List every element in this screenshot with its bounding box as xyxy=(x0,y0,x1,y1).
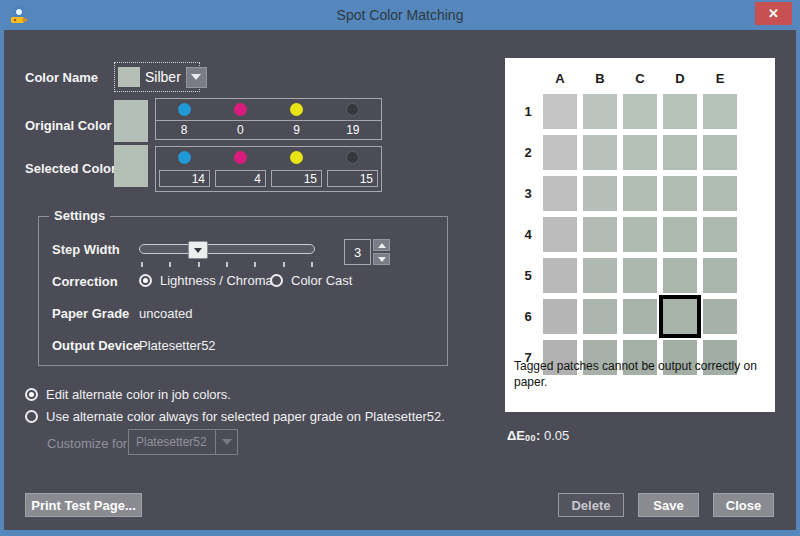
patch-cell-A2[interactable] xyxy=(543,135,577,170)
selected-color-label: Selected Color xyxy=(25,161,116,176)
black-channel-input[interactable] xyxy=(327,170,378,187)
patch-cell-E2[interactable] xyxy=(703,135,737,170)
patch-cell-D6[interactable] xyxy=(663,299,697,334)
patch-cell-B4[interactable] xyxy=(583,217,617,252)
chevron-down-icon[interactable] xyxy=(186,67,207,88)
patch-cell-B2[interactable] xyxy=(583,135,617,170)
patch-cell-B5[interactable] xyxy=(583,258,617,293)
step-width-value[interactable]: 3 xyxy=(344,239,371,265)
correction-option-colorcast[interactable]: Color Cast xyxy=(270,273,352,288)
row-header-4: 4 xyxy=(513,227,543,242)
patch-cell-A5[interactable] xyxy=(543,258,577,293)
slider-thumb[interactable] xyxy=(188,241,208,259)
delete-button[interactable]: Delete xyxy=(558,493,624,517)
patch-cell-C5[interactable] xyxy=(623,258,657,293)
row-header-6: 6 xyxy=(513,309,543,324)
save-button[interactable]: Save xyxy=(638,493,699,517)
row-header-2: 2 xyxy=(513,145,543,160)
patch-cell-C4[interactable] xyxy=(623,217,657,252)
original-color-swatch xyxy=(114,100,148,142)
cyan-channel-input[interactable] xyxy=(159,170,210,187)
radio-icon[interactable] xyxy=(139,274,152,287)
patch-row-2: 2 xyxy=(513,135,743,170)
close-button[interactable]: Close xyxy=(713,493,774,517)
patch-cell-C1[interactable] xyxy=(623,94,657,129)
paper-grade-label: Paper Grade xyxy=(52,306,129,321)
paper-grade-value: uncoated xyxy=(139,306,193,321)
patch-cell-A1[interactable] xyxy=(543,94,577,129)
use-alternate-radio[interactable]: Use alternate color always for selected … xyxy=(25,409,445,424)
patch-cell-A6[interactable] xyxy=(543,299,577,334)
row-header-5: 5 xyxy=(513,268,543,283)
row-header-1: 1 xyxy=(513,104,543,119)
magenta-channel-dot xyxy=(212,103,268,116)
color-name-dropdown[interactable]: Silber xyxy=(114,62,200,92)
correction-label: Correction xyxy=(52,274,118,289)
spin-up-button[interactable] xyxy=(373,239,390,251)
black-channel-dot xyxy=(325,103,381,116)
delta-e-label: ΔE xyxy=(507,428,525,443)
patch-cell-C3[interactable] xyxy=(623,176,657,211)
patch-cell-A4[interactable] xyxy=(543,217,577,252)
titlebar[interactable]: Spot Color Matching ✕ xyxy=(0,0,800,30)
patch-cell-E6[interactable] xyxy=(703,299,737,334)
selected-color-panel xyxy=(155,146,382,192)
patch-cell-D4[interactable] xyxy=(663,217,697,252)
patch-row-4: 4 xyxy=(513,217,743,252)
patch-cell-A3[interactable] xyxy=(543,176,577,211)
edit-alternate-radio[interactable]: Edit alternate color in job colors. xyxy=(25,387,231,402)
color-name-value: Silber xyxy=(145,69,181,85)
radio-icon[interactable] xyxy=(25,388,38,401)
column-header-B: B xyxy=(583,71,617,86)
cyan-channel-value: 8 xyxy=(156,123,212,137)
radio-icon[interactable] xyxy=(25,410,38,423)
window-title: Spot Color Matching xyxy=(0,0,800,30)
radio-icon[interactable] xyxy=(270,274,283,287)
yellow-channel-dot xyxy=(269,103,325,116)
close-window-button[interactable]: ✕ xyxy=(755,2,792,25)
settings-group: Settings Step Width 3 Correction Lightne… xyxy=(38,216,448,366)
patch-cell-B6[interactable] xyxy=(583,299,617,334)
magenta-channel-input[interactable] xyxy=(215,170,266,187)
customize-for-label: Customize for xyxy=(47,436,127,451)
magenta-channel-value: 0 xyxy=(212,123,268,137)
row-header-3: 3 xyxy=(513,186,543,201)
patch-cell-E3[interactable] xyxy=(703,176,737,211)
patch-cell-D2[interactable] xyxy=(663,135,697,170)
selected-color-swatch xyxy=(114,145,148,187)
spot-color-matching-dialog: Spot Color Matching ✕ Color Name Silber … xyxy=(0,0,800,536)
patch-grid-header: ABCDE xyxy=(513,66,743,90)
patch-cell-B1[interactable] xyxy=(583,94,617,129)
column-header-E: E xyxy=(703,71,737,86)
patch-row-6: 6 xyxy=(513,299,743,334)
patch-cell-D3[interactable] xyxy=(663,176,697,211)
patch-cell-C2[interactable] xyxy=(623,135,657,170)
patch-row-5: 5 xyxy=(513,258,743,293)
print-test-page-button[interactable]: Print Test Page... xyxy=(25,493,142,517)
output-device-label: Output Device xyxy=(52,338,140,353)
patch-cell-E4[interactable] xyxy=(703,217,737,252)
customize-for-dropdown[interactable]: Platesetter52 xyxy=(128,429,238,455)
spin-down-button[interactable] xyxy=(373,253,390,265)
output-device-value: Platesetter52 xyxy=(139,338,216,353)
black-channel-dot xyxy=(325,151,381,164)
slider-track[interactable] xyxy=(139,244,315,254)
black-channel-value: 19 xyxy=(325,123,381,137)
patch-cell-D1[interactable] xyxy=(663,94,697,129)
correction-option-lightness[interactable]: Lightness / Chroma xyxy=(139,273,273,288)
settings-legend: Settings xyxy=(49,208,110,223)
step-width-slider[interactable] xyxy=(139,241,315,267)
patch-cell-E1[interactable] xyxy=(703,94,737,129)
delta-e-value: 0.05 xyxy=(544,428,569,443)
original-color-panel: 80919 xyxy=(155,98,382,140)
yellow-channel-input[interactable] xyxy=(271,170,322,187)
patch-cell-C6[interactable] xyxy=(623,299,657,334)
original-color-label: Original Color xyxy=(25,118,112,133)
patch-cell-B3[interactable] xyxy=(583,176,617,211)
patch-cell-E5[interactable] xyxy=(703,258,737,293)
chevron-down-icon xyxy=(215,430,237,454)
column-header-A: A xyxy=(543,71,577,86)
patch-cell-D5[interactable] xyxy=(663,258,697,293)
color-name-swatch xyxy=(118,67,140,87)
delta-e-readout: ΔE00: 0.05 xyxy=(507,428,569,443)
